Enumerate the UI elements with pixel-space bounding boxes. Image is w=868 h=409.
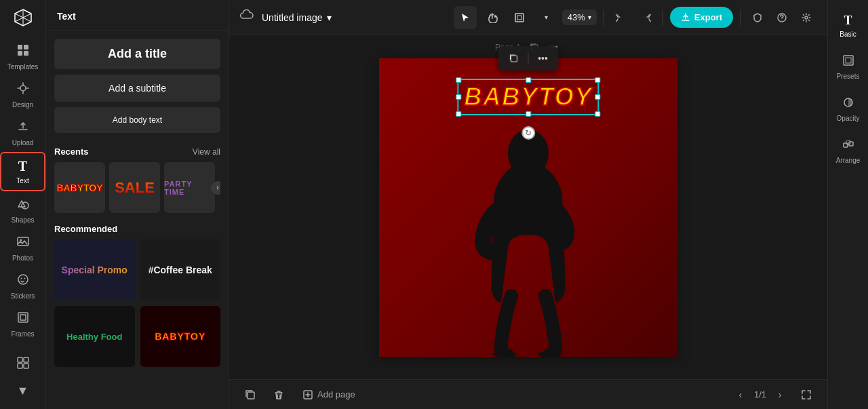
svg-rect-2 [18, 51, 22, 56]
add-subtitle-button[interactable]: Add a subtitle [54, 75, 220, 102]
recommended-title: Recommended [54, 224, 117, 234]
stickers-icon [16, 273, 30, 290]
basic-icon: T [844, 14, 852, 28]
document-title-chevron: ▾ [327, 12, 332, 23]
svg-rect-3 [24, 51, 28, 56]
recommended-healthy-food[interactable]: Healthy Food [54, 306, 135, 367]
fullscreen-button[interactable] [796, 385, 816, 405]
undo-button[interactable] [611, 7, 631, 28]
design-canvas[interactable]: ••• BABYTOY ↻ [379, 58, 677, 357]
babytoy-recent-text: BABYTOY [56, 182, 102, 193]
sidebar-item-upload[interactable]: Upload [0, 114, 45, 152]
help-button[interactable] [772, 7, 792, 28]
zoom-value: 43% [568, 12, 585, 22]
recommended-babytoy[interactable]: BABYTOY [140, 306, 221, 367]
handle-mid-right[interactable] [595, 94, 601, 100]
recent-item-sale[interactable]: SALE [109, 162, 160, 213]
bottom-toolbar: Add page ‹ 1/1 › [229, 379, 827, 409]
svg-point-25 [538, 351, 562, 357]
sidebar-item-shapes[interactable]: Shapes [0, 191, 45, 229]
svg-rect-16 [24, 364, 28, 368]
handle-bottom-right[interactable] [595, 111, 601, 117]
recommended-special-promo[interactable]: Special Promo [54, 239, 135, 300]
text-label: Text [16, 177, 28, 184]
upload-label: Upload [12, 139, 34, 147]
svg-rect-32 [844, 143, 848, 147]
bottom-copy-button[interactable] [240, 385, 260, 405]
panel-title: Text [46, 0, 229, 31]
arrange-label: Arrange [836, 157, 861, 164]
main-area: Untitled image ▾ [229, 0, 827, 409]
toolbar-divider-3 [740, 9, 741, 26]
recents-grid: BABYTOY SALE PARTY TIME › [54, 162, 220, 213]
shield-button[interactable] [747, 7, 768, 28]
frame-tool-chevron[interactable]: ▾ [535, 6, 558, 29]
right-panel: T Basic Presets Opacity Arrange [827, 0, 868, 409]
babytoy-selection-box[interactable]: BABYTOY [457, 79, 599, 115]
page-next-button[interactable]: › [772, 387, 788, 403]
opacity-label: Opacity [837, 115, 860, 122]
special-promo-text: Special Promo [62, 265, 127, 275]
handle-bottom-left[interactable] [456, 111, 461, 117]
sidebar-item-templates[interactable]: Templates [0, 38, 45, 76]
svg-rect-29 [844, 56, 853, 65]
right-panel-opacity[interactable]: Opacity [828, 91, 868, 128]
babytoy-element[interactable]: ••• BABYTOY ↻ [457, 79, 599, 140]
sidebar-item-photos[interactable]: Photos [0, 229, 45, 267]
sidebar-item-design[interactable]: Design [0, 76, 45, 114]
right-panel-arrange[interactable]: Arrange [828, 133, 868, 170]
settings-button[interactable] [796, 7, 816, 28]
sidebar-item-stickers[interactable]: Stickers [0, 267, 45, 305]
handle-top-right[interactable] [595, 77, 601, 83]
add-page-button[interactable]: Add page [297, 387, 361, 403]
zoom-control[interactable]: 43% ▾ [562, 9, 597, 25]
recommended-coffee-break[interactable]: #Coffee Break [140, 239, 221, 300]
float-copy-button[interactable] [505, 51, 522, 66]
page-navigation: ‹ 1/1 › [732, 387, 788, 403]
sidebar-item-text[interactable]: T Text [0, 152, 45, 191]
svg-point-9 [20, 278, 22, 279]
redo-button[interactable] [635, 7, 656, 28]
svg-point-20 [782, 20, 783, 20]
recents-view-all[interactable]: View all [193, 147, 220, 157]
add-body-button[interactable]: Add body text [54, 107, 220, 133]
recents-section-header: Recents View all [54, 147, 220, 157]
page-prev-button[interactable]: ‹ [732, 387, 749, 403]
select-tool-button[interactable] [454, 6, 477, 29]
sidebar-collapse-button[interactable]: ▼ [0, 378, 45, 404]
photos-icon [16, 235, 30, 252]
page-counter: 1/1 [754, 389, 766, 400]
export-button[interactable]: Export [670, 7, 733, 28]
opacity-icon [842, 96, 854, 112]
frame-chevron-icon: ▾ [545, 14, 548, 21]
add-title-button[interactable]: Add a title [54, 39, 220, 69]
svg-rect-15 [18, 364, 22, 368]
shapes-icon [16, 197, 30, 214]
handle-bottom-mid[interactable] [526, 111, 531, 117]
design-label: Design [12, 101, 33, 109]
babytoy-canvas-text[interactable]: BABYTOY [464, 83, 592, 111]
right-panel-presets[interactable]: Presets [828, 49, 868, 85]
app-logo[interactable] [11, 5, 35, 30]
handle-top-mid[interactable] [526, 77, 531, 83]
handle-mid-left[interactable] [456, 94, 461, 100]
svg-rect-27 [248, 392, 254, 399]
recent-item-babytoy[interactable]: BABYTOY [54, 162, 105, 213]
float-more-button[interactable]: ••• [534, 50, 552, 66]
canvas-content: Page 1 ••• [379, 58, 677, 357]
svg-rect-30 [846, 58, 851, 63]
svg-rect-33 [849, 142, 853, 146]
templates-label: Templates [7, 63, 39, 71]
recents-next-arrow[interactable]: › [211, 181, 220, 195]
hand-tool-button[interactable] [481, 6, 504, 29]
rotate-handle[interactable]: ↻ [521, 126, 535, 140]
handle-top-left[interactable] [456, 77, 461, 83]
document-title-area[interactable]: Untitled image ▾ [262, 12, 332, 23]
right-panel-basic[interactable]: T Basic [828, 8, 868, 43]
bottom-delete-button[interactable] [269, 385, 289, 405]
frame-tool-button[interactable] [508, 6, 531, 29]
recent-item-party[interactable]: PARTY TIME [164, 162, 215, 213]
sidebar-item-frames[interactable]: Frames [0, 305, 45, 343]
sidebar-item-more[interactable] [0, 351, 45, 378]
coffee-break-text: #Coffee Break [149, 265, 212, 275]
